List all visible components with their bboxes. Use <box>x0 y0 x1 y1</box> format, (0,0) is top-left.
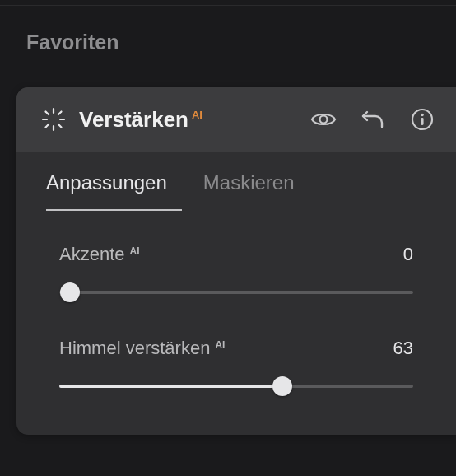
track-fill <box>59 385 282 388</box>
panel-header: Verstärken AI <box>16 87 456 152</box>
slider-label-accents: Akzente AI <box>59 244 140 265</box>
ai-badge-small: AI <box>130 245 140 257</box>
eye-icon[interactable] <box>309 105 337 133</box>
panel-title-text: Verstärken <box>79 107 188 133</box>
slider-label-sky: Himmel verstärken AI <box>59 338 225 359</box>
undo-icon[interactable] <box>359 105 387 133</box>
ai-badge: AI <box>192 109 202 121</box>
track-bg <box>59 291 413 294</box>
svg-point-8 <box>320 116 328 124</box>
svg-point-10 <box>421 114 424 117</box>
tab-underline <box>46 209 426 211</box>
favorites-heading: Favoriten <box>0 6 456 87</box>
sliders-container: Akzente AI 0 Himmel verstärken AI 63 <box>16 211 456 435</box>
svg-line-6 <box>46 124 49 128</box>
enhance-panel: Verstärken AI <box>16 87 456 435</box>
slider-thumb[interactable] <box>60 282 80 302</box>
slider-value-accents: 0 <box>403 244 413 265</box>
slider-accents: Akzente AI 0 <box>59 244 413 305</box>
enhance-icon <box>41 107 66 132</box>
tab-masking[interactable]: Maskieren <box>203 171 295 194</box>
header-actions <box>309 105 436 133</box>
info-icon[interactable] <box>408 105 436 133</box>
svg-rect-11 <box>421 118 423 125</box>
tab-adjustments[interactable]: Anpassungen <box>46 171 167 194</box>
ai-badge-small: AI <box>215 339 225 351</box>
slider-track-sky[interactable] <box>59 374 413 399</box>
tabs: Anpassungen Maskieren <box>16 152 456 209</box>
svg-line-7 <box>58 112 62 115</box>
slider-sky-enhance: Himmel verstärken AI 63 <box>59 338 413 399</box>
svg-line-5 <box>58 124 62 128</box>
slider-value-sky: 63 <box>393 338 413 359</box>
slider-thumb[interactable] <box>272 376 292 396</box>
slider-label-text: Himmel verstärken <box>59 338 210 359</box>
slider-row: Akzente AI 0 <box>59 244 413 265</box>
slider-row: Himmel verstärken AI 63 <box>59 338 413 359</box>
slider-track-accents[interactable] <box>59 280 413 305</box>
svg-line-4 <box>46 112 49 115</box>
panel-title: Verstärken AI <box>79 107 202 133</box>
slider-label-text: Akzente <box>59 244 125 265</box>
